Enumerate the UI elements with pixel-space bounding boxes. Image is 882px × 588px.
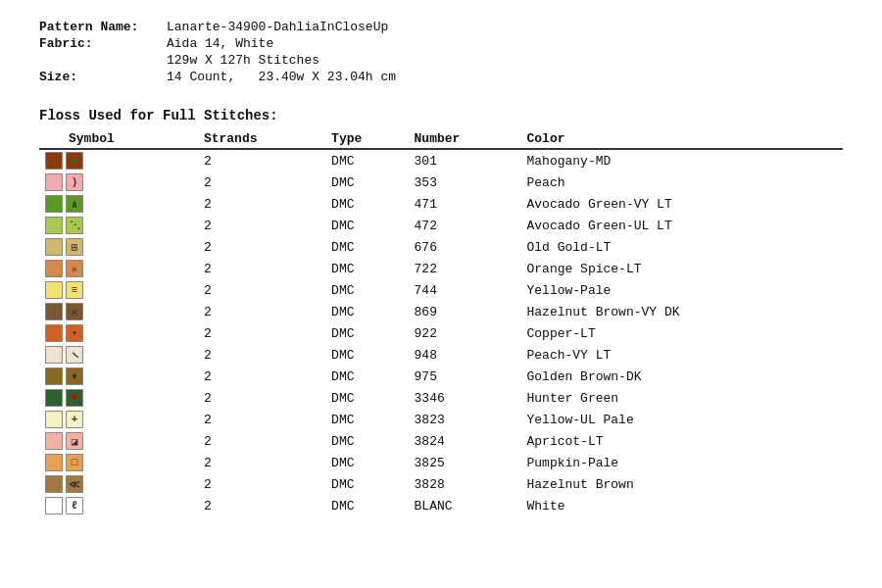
table-row: ♦ 2DMC975Golden Brown-DK <box>39 366 843 387</box>
color-swatch <box>45 411 63 428</box>
color-name-cell: Yellow-UL Pale <box>521 409 844 430</box>
symbol-cell: ⋱ <box>39 215 198 236</box>
color-name-cell: Hunter Green <box>521 387 844 409</box>
type-cell: DMC <box>325 495 408 516</box>
fabric-value2: 129w X 127h Stitches <box>167 53 319 68</box>
strands-cell: 2 <box>198 495 325 516</box>
number-cell: 722 <box>409 258 521 279</box>
symbol-cell: ♥ <box>39 387 198 409</box>
number-cell: 975 <box>409 366 521 387</box>
color-swatch <box>45 368 63 385</box>
color-name-cell: Yellow-Pale <box>521 279 844 301</box>
type-cell: DMC <box>325 430 408 452</box>
type-cell: DMC <box>325 236 408 258</box>
type-cell: DMC <box>325 344 408 366</box>
table-row: ♥ 2DMC3346Hunter Green <box>39 387 843 409</box>
color-name-cell: Peach <box>521 172 844 193</box>
number-cell: 869 <box>409 301 521 322</box>
strands-cell: 2 <box>198 236 325 258</box>
pattern-label: Pattern Name: <box>39 20 167 34</box>
color-swatch <box>45 497 63 514</box>
color-swatch <box>45 195 63 213</box>
symbol-cell: ✕ <box>39 301 198 322</box>
pattern-line: Pattern Name: Lanarte-34900-DahliaInClos… <box>39 20 843 34</box>
col-header-strands: Strands <box>198 129 325 149</box>
number-cell: 3824 <box>409 430 521 452</box>
symbol-box: ) <box>66 173 83 191</box>
symbol-cell: ∧ <box>39 193 198 215</box>
table-row: ) 2DMC353Peach <box>39 172 843 193</box>
table-row: ⊞ 2DMC676Old Gold-LT <box>39 236 843 258</box>
size-line: Size: 14 Count, 23.40w X 23.04h cm <box>39 70 843 84</box>
symbol-box: ≪ <box>66 475 83 493</box>
table-row: ◪ 2DMC3824Apricot-LT <box>39 430 843 452</box>
color-name-cell: Avocado Green-UL LT <box>521 215 844 236</box>
color-swatch <box>45 173 63 191</box>
color-swatch <box>45 346 63 364</box>
symbol-box: • <box>66 324 83 342</box>
number-cell: 3828 <box>409 473 521 495</box>
symbol-cell: ≡ <box>39 279 198 301</box>
color-swatch <box>45 238 63 256</box>
symbol-cell: ℓ <box>39 495 198 516</box>
table-row: ⟍ 2DMC948Peach-VY LT <box>39 344 843 366</box>
number-cell: 472 <box>409 215 521 236</box>
strands-cell: 2 <box>198 279 325 301</box>
number-cell: 471 <box>409 193 521 215</box>
type-cell: DMC <box>325 387 408 409</box>
type-cell: DMC <box>325 149 408 172</box>
number-cell: 676 <box>409 236 521 258</box>
type-cell: DMC <box>325 279 408 301</box>
symbol-box: ● <box>66 152 83 170</box>
col-header-type: Type <box>325 129 408 149</box>
strands-cell: 2 <box>198 409 325 430</box>
fabric-label2 <box>39 53 167 68</box>
color-name-cell: Hazelnut Brown <box>521 473 844 495</box>
table-row: • 2DMC922Copper-LT <box>39 322 843 344</box>
table-row: ⋱ 2DMC472Avocado Green-UL LT <box>39 215 843 236</box>
table-row: ≡ 2DMC744Yellow-Pale <box>39 279 843 301</box>
symbol-box: ♥ <box>66 389 83 407</box>
number-cell: 353 <box>409 172 521 193</box>
number-cell: 301 <box>409 149 521 172</box>
number-cell: BLANC <box>409 495 521 516</box>
table-row: ℓ 2DMCBLANCWhite <box>39 495 843 516</box>
number-cell: 744 <box>409 279 521 301</box>
color-swatch <box>45 432 63 450</box>
color-swatch <box>45 260 63 277</box>
info-block: Pattern Name: Lanarte-34900-DahliaInClos… <box>39 20 843 84</box>
pattern-value: Lanarte-34900-DahliaInCloseUp <box>167 20 388 34</box>
symbol-box: ◪ <box>66 432 83 450</box>
color-name-cell: Orange Spice-LT <box>521 258 844 279</box>
symbol-box: ✕ <box>66 303 83 320</box>
col-header-color: Color <box>521 129 844 149</box>
symbol-cell: ✳ <box>39 258 198 279</box>
size-value: 14 Count, 23.40w X 23.04h cm <box>167 70 396 84</box>
symbol-box: □ <box>66 454 83 471</box>
symbol-cell: • <box>39 322 198 344</box>
type-cell: DMC <box>325 172 408 193</box>
color-name-cell: Old Gold-LT <box>521 236 844 258</box>
symbol-box: ∧ <box>66 195 83 213</box>
symbol-cell: ◪ <box>39 430 198 452</box>
strands-cell: 2 <box>198 215 325 236</box>
symbol-box: ⋱ <box>66 217 83 234</box>
strands-cell: 2 <box>198 149 325 172</box>
color-swatch <box>45 281 63 299</box>
color-name-cell: Copper-LT <box>521 322 844 344</box>
type-cell: DMC <box>325 258 408 279</box>
strands-cell: 2 <box>198 452 325 473</box>
table-row: ≪ 2DMC3828Hazelnut Brown <box>39 473 843 495</box>
table-row: ● 2DMC301Mahogany-MD <box>39 149 843 172</box>
symbol-box: ✳ <box>66 260 83 277</box>
strands-cell: 2 <box>198 172 325 193</box>
floss-table: Symbol Strands Type Number Color ● 2DMC3… <box>39 129 843 516</box>
symbol-box: + <box>66 411 83 428</box>
symbol-cell: ⟍ <box>39 344 198 366</box>
type-cell: DMC <box>325 215 408 236</box>
type-cell: DMC <box>325 409 408 430</box>
symbol-cell: ♦ <box>39 366 198 387</box>
type-cell: DMC <box>325 366 408 387</box>
col-header-symbol: Symbol <box>39 129 198 149</box>
color-name-cell: Avocado Green-VY LT <box>521 193 844 215</box>
